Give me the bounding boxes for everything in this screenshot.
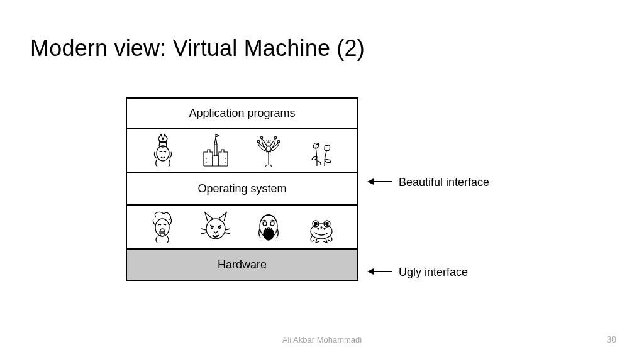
arrow-left-icon [367, 266, 392, 279]
layer-ugly-icons [127, 206, 357, 250]
svg-point-3 [257, 140, 260, 143]
svg-point-14 [270, 222, 274, 226]
svg-point-21 [318, 228, 319, 229]
layer-stack: Application programs Operating system [126, 97, 358, 281]
wild-man-icon [147, 210, 179, 244]
toad-icon [306, 210, 337, 244]
flowers-icon [306, 133, 337, 167]
svg-point-10 [211, 227, 213, 229]
svg-point-11 [219, 227, 221, 229]
layer-hardware: Hardware [127, 250, 357, 281]
svg-point-23 [321, 227, 322, 228]
svg-marker-27 [367, 268, 374, 275]
slide: Modern view: Virtual Machine (2) Applica… [0, 0, 644, 362]
annotation-ugly-interface: Ugly interface [367, 266, 468, 279]
castle-icon [200, 133, 231, 167]
layer-beautiful-icons [127, 129, 357, 173]
svg-point-0 [157, 146, 169, 161]
layer-hardware-label: Hardware [218, 258, 267, 272]
layer-applications: Application programs [127, 99, 357, 129]
svg-point-5 [260, 136, 263, 139]
layer-applications-label: Application programs [189, 107, 295, 120]
annotation-beautiful-label: Beautiful interface [399, 176, 489, 189]
svg-point-13 [263, 222, 267, 226]
svg-point-6 [274, 136, 277, 139]
slide-title: Modern view: Virtual Machine (2) [30, 35, 365, 62]
screaming-face-icon [253, 210, 284, 244]
svg-point-22 [324, 228, 325, 229]
svg-point-4 [277, 140, 280, 143]
footer-author: Ali Akbar Mohammadi [0, 335, 644, 344]
svg-point-19 [314, 222, 317, 225]
angry-cat-icon [200, 210, 231, 244]
peacock-icon [253, 133, 284, 167]
annotation-ugly-label: Ugly interface [399, 266, 468, 279]
layer-os-label: Operating system [197, 182, 286, 195]
crowned-queen-icon [147, 133, 179, 167]
svg-marker-25 [367, 178, 374, 185]
annotation-beautiful-interface: Beautiful interface [367, 176, 489, 189]
arrow-left-icon [367, 176, 392, 189]
footer-page-number: 30 [606, 334, 616, 344]
svg-point-9 [206, 219, 225, 239]
svg-point-20 [326, 222, 328, 225]
layer-operating-system: Operating system [127, 173, 357, 206]
layer-diagram: Application programs Operating system [126, 97, 358, 281]
